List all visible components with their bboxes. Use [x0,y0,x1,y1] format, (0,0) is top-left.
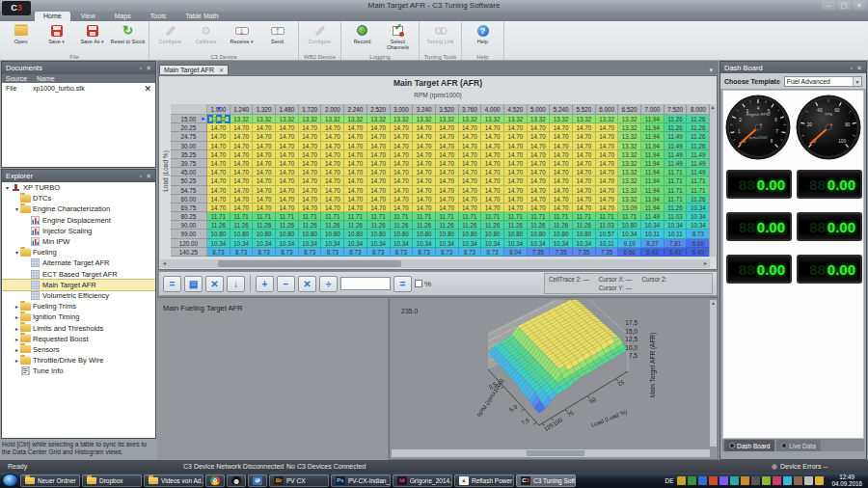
tree-expander-icon[interactable]: ▾ [4,184,11,191]
table-cell[interactable]: 8.73 [367,248,391,257]
table-cell[interactable]: 10.11 [665,230,688,238]
tray-icon-14[interactable] [815,476,824,485]
column-header-1.720[interactable]: 1.720 [299,104,322,115]
tree-item-min-ipw[interactable]: Min IPW [2,236,155,247]
table-cell[interactable]: 14.70 [367,142,391,150]
table-cell[interactable]: 14.70 [276,176,299,185]
afr-table-grid[interactable]: 1.000▼1.2401.3201.4801.7202.0002.2402.52… [171,104,710,257]
column-header-1.240[interactable]: 1.240 [231,104,254,115]
clear-cells-button[interactable]: ✕ [205,276,224,292]
table-cell[interactable]: 14.70 [550,150,573,159]
table-cell[interactable]: 10.80 [367,230,391,238]
close-panel-icon[interactable]: ✕ [146,173,151,180]
table-cell[interactable]: 14.70 [459,176,482,185]
table-cell[interactable]: 14.70 [367,203,391,212]
table-cell[interactable]: 14.70 [550,186,573,195]
tree-item-injector-scaling[interactable]: Injector Scaling [2,226,155,236]
table-cell[interactable]: 14.70 [321,168,344,176]
table-cell[interactable]: 14.70 [276,142,299,150]
table-cell[interactable]: 14.70 [321,195,344,203]
table-cell[interactable]: 14.70 [596,195,619,203]
table-cell[interactable]: 14.70 [481,123,504,132]
table-cell[interactable]: 14.70 [413,168,436,176]
column-header-3.520[interactable]: 3.520 [436,104,459,115]
table-horizontal-scrollbar[interactable]: ◄ ► [160,259,710,268]
tree-item-main-target-afr[interactable]: Main Target AFR [2,280,155,290]
table-cell[interactable]: 14.70 [321,159,344,168]
table-cell[interactable]: 14.70 [321,203,344,212]
tray-icon-8[interactable] [751,476,760,485]
table-cell[interactable]: 11.94 [641,195,665,203]
table-cell[interactable]: 11.26 [321,221,344,230]
table-cell[interactable]: 14.70 [276,123,299,132]
table-cell[interactable]: 14.70 [573,159,596,168]
table-cell[interactable]: 10.80 [276,230,299,238]
table-cell[interactable]: 6.43 [687,248,710,257]
row-header-54.75[interactable]: 54.75 [171,186,207,195]
table-cell[interactable]: 7.35 [528,248,551,257]
table-cell[interactable]: 10.34 [481,239,504,248]
table-cell[interactable]: 14.70 [344,195,367,203]
table-cell[interactable]: 13.32 [618,150,641,159]
column-header-5.000[interactable]: 5.000 [528,104,551,115]
table-cell[interactable]: 10.34 [231,239,254,248]
tree-expander-icon[interactable]: ▸ [14,313,20,320]
table-cell[interactable]: 14.70 [596,186,619,195]
table-cell[interactable]: 10.80 [550,230,573,238]
ribbon-tab-home[interactable]: Home [35,12,70,21]
table-cell[interactable]: 14.70 [299,176,322,185]
tray-icon-2[interactable] [688,476,696,485]
table-cell[interactable]: 8.73 [436,248,459,257]
tree-expander-icon[interactable]: ▸ [14,357,20,364]
column-header-3.760[interactable]: 3.760 [459,104,482,115]
table-cell[interactable]: 14.70 [253,159,276,168]
tree-item-limits-and-thresholds[interactable]: ▸Limits and Thresholds [2,322,155,333]
table-cell[interactable]: 10.34 [528,239,551,248]
pin-icon[interactable]: ▫ [851,65,853,72]
table-cell[interactable]: 14.70 [299,203,322,212]
table-cell[interactable]: 10.34 [253,239,276,248]
table-cell[interactable]: 14.70 [481,168,504,176]
table-cell[interactable]: 11.49 [641,212,665,221]
table-cell[interactable]: 7.35 [573,248,596,257]
table-cell[interactable]: 11.26 [687,142,710,150]
table-cell[interactable]: 14.70 [367,176,391,185]
tree-expander-icon[interactable]: ▸ [14,346,20,353]
table-cell[interactable]: 14.70 [321,150,344,159]
table-cell[interactable]: 14.70 [528,150,551,159]
table-cell[interactable]: 10.34 [459,239,482,248]
table-cell[interactable]: 10.80 [344,230,367,238]
table-cell[interactable]: 13.32 [618,159,641,168]
table-cell[interactable]: 14.70 [459,195,482,203]
row-header-99.00[interactable]: 99.00 [171,230,207,238]
close-button[interactable]: ✕ [853,1,866,10]
table-cell[interactable]: 11.49 [665,159,688,168]
table-cell[interactable]: 14.70 [253,176,276,185]
set-cells-button[interactable]: = [163,276,181,292]
table-cell[interactable]: 13.32 [436,115,459,123]
table-cell[interactable]: 14.70 [436,203,459,212]
ribbon-tab-maps[interactable]: Maps [106,12,140,21]
table-cell[interactable]: 14.70 [481,176,504,185]
table-cell[interactable]: 14.70 [299,195,322,203]
table-cell[interactable]: 14.70 [344,203,367,212]
table-cell[interactable]: 14.70 [391,132,414,141]
table-cell[interactable]: 6.43 [641,248,665,257]
table-cell[interactable]: 13.32 [573,115,596,123]
table-cell[interactable]: 14.70 [436,159,459,168]
table-cell[interactable]: 14.70 [367,195,391,203]
table-cell[interactable]: 14.70 [231,123,254,132]
tree-item-sensors[interactable]: ▸Sensors [2,344,155,355]
row-header-30.00[interactable]: 30.00 [171,142,207,150]
scroll-right-icon[interactable]: ► [701,259,710,268]
column-header-5.240[interactable]: 5.240 [550,104,573,115]
row-header-24.75[interactable]: 24.75 [171,132,207,141]
row-header-50.25[interactable]: 50.25 [171,176,207,185]
taskbar-button-dropbox[interactable]: Dropbox [82,474,142,487]
table-cell[interactable]: 14.70 [436,195,459,203]
table-cell[interactable]: 14.70 [299,159,322,168]
table-cell[interactable]: 14.70 [413,176,436,185]
row-header-45.00[interactable]: 45.00 [171,168,207,176]
table-cell[interactable]: 14.70 [459,132,482,141]
table-cell[interactable]: 11.26 [391,221,414,230]
